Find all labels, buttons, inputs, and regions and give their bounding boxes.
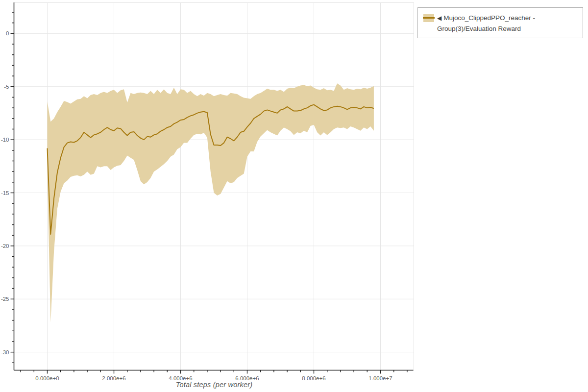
legend: ◀Mujoco_ClippedPPO_reacher - Group(3)/Ev… <box>417 7 583 38</box>
svg-text:4.000e+6: 4.000e+6 <box>169 375 192 381</box>
series-toggle-triangle-icon: ◀ <box>437 15 441 22</box>
svg-text:2.000e+6: 2.000e+6 <box>102 375 125 381</box>
svg-text:-15: -15 <box>1 190 9 196</box>
series-band-swatch <box>423 14 434 22</box>
series-line-swatch <box>423 17 435 19</box>
svg-text:-5: -5 <box>4 84 9 90</box>
confidence-band <box>48 83 374 322</box>
svg-text:8.000e+6: 8.000e+6 <box>302 375 325 381</box>
legend-item-evaluation-reward[interactable]: ◀Mujoco_ClippedPPO_reacher - Group(3)/Ev… <box>423 13 578 34</box>
svg-text:-30: -30 <box>1 349 9 355</box>
tick-labels: 0.000e+02.000e+64.000e+66.000e+68.000e+6… <box>1 30 392 381</box>
svg-text:-25: -25 <box>1 296 9 302</box>
svg-text:1.000e+7: 1.000e+7 <box>368 375 392 381</box>
legend-label: Mujoco_ClippedPPO_reacher - Group(3)/Eva… <box>437 14 535 32</box>
svg-text:-10: -10 <box>1 137 9 143</box>
svg-text:0: 0 <box>6 30 9 36</box>
dashboard-canvas: 0.000e+02.000e+64.000e+66.000e+68.000e+6… <box>0 0 588 392</box>
x-axis-title: Total steps (per worker) <box>14 381 414 389</box>
svg-text:6.000e+6: 6.000e+6 <box>235 375 259 381</box>
svg-text:0.000e+0: 0.000e+0 <box>35 375 59 381</box>
reward-chart: 0.000e+02.000e+64.000e+66.000e+68.000e+6… <box>0 0 588 392</box>
svg-text:-20: -20 <box>1 243 9 249</box>
legend-text: ◀Mujoco_ClippedPPO_reacher - Group(3)/Ev… <box>437 13 578 34</box>
